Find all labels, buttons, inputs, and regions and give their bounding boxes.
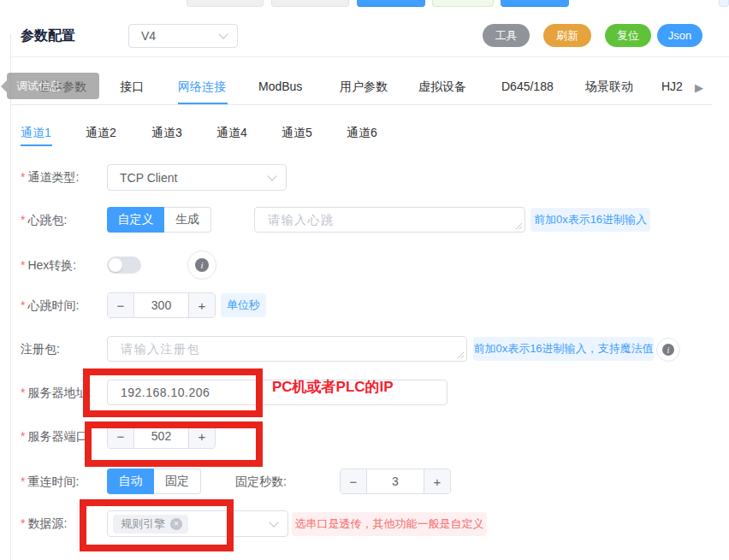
required-mark: * (21, 475, 25, 488)
tools-button[interactable]: 工具 (483, 24, 530, 47)
tab-channel-2[interactable]: 通道2 (86, 126, 116, 141)
parameter-config-page: 参数配置 V4 工具 刷新 复位 Json 基本参数 接口 网络连接 ModBu… (0, 0, 729, 560)
data-source-tag-text: 规则引擎 (121, 516, 165, 532)
hex-convert-toggle[interactable] (107, 256, 141, 274)
tab-channel-4[interactable]: 通道4 (216, 126, 247, 141)
top-cutoff-button-2[interactable] (271, 0, 349, 7)
tab-user-params[interactable]: 用户参数 (340, 80, 388, 95)
json-button[interactable]: Json (657, 24, 702, 47)
chevron-down-icon (218, 29, 228, 38)
top-cutoff-button-6[interactable] (719, 0, 729, 7)
reconnect-mode-group: 自动 固定 (107, 469, 201, 494)
unit-seconds-badge: 单位秒 (221, 293, 266, 317)
reconnect-auto-button[interactable]: 自动 (107, 469, 154, 494)
channel-type-value: TCP Client (120, 171, 177, 185)
server-address-label: *服务器地址: (21, 380, 91, 405)
required-mark: * (21, 170, 25, 184)
heartbeat-mode-group: 自定义 生成 (107, 207, 211, 233)
chevron-down-icon (269, 517, 278, 527)
top-cutoff-button-1[interactable] (187, 0, 264, 7)
resize-handle-icon[interactable] (457, 351, 465, 359)
tab-channel-1[interactable]: 通道1 (21, 126, 51, 141)
increase-button[interactable]: + (424, 469, 450, 493)
heartbeat-interval-stepper: − 300 + (107, 292, 216, 318)
tab-bar-border (10, 104, 712, 105)
heartbeat-generate-button[interactable]: 生成 (164, 207, 211, 233)
resize-handle-icon[interactable] (515, 222, 523, 230)
debug-tooltip: 调试信息 (7, 73, 99, 99)
reset-button[interactable]: 复位 (605, 24, 651, 47)
heartbeat-input-wrap (254, 207, 525, 233)
required-mark: * (21, 213, 25, 227)
data-source-select[interactable]: 规则引擎 × (107, 510, 288, 537)
tab-modbus[interactable]: ModBus (258, 80, 302, 93)
tab-interface[interactable]: 接口 (120, 80, 144, 95)
tab-channel-3[interactable]: 通道3 (151, 126, 182, 141)
top-cutoff-button-3[interactable] (357, 0, 425, 7)
heartbeat-interval-label: *心跳时间: (21, 292, 79, 318)
tab-channel-6[interactable]: 通道6 (347, 126, 377, 141)
required-mark: * (21, 429, 25, 443)
required-mark: * (21, 258, 25, 272)
reconnect-fixed-button[interactable]: 固定 (154, 469, 201, 494)
data-source-hint-badge: 选串口是透传，其他功能一般是自定义 (292, 512, 487, 536)
server-port-stepper: − 502 + (107, 423, 216, 449)
decrease-button[interactable]: − (341, 469, 367, 493)
decrease-button[interactable]: − (108, 293, 134, 317)
reconnect-time-label: *重连时间: (21, 469, 79, 494)
required-mark: * (21, 516, 25, 530)
server-port-label: *服务器端口: (21, 423, 91, 449)
tab-network[interactable]: 网络连接 (178, 80, 226, 95)
channel-type-label: *通道类型: (21, 164, 79, 190)
data-source-label: *数据源: (21, 510, 67, 536)
info-glyph: i (662, 344, 674, 356)
heartbeat-input[interactable] (255, 208, 525, 232)
tab-scroll-next-icon[interactable]: ▶ (695, 81, 703, 94)
top-cutoff-button-4[interactable] (432, 0, 494, 7)
fixed-seconds-label: 固定秒数: (235, 469, 287, 494)
version-select[interactable]: V4 (128, 24, 238, 48)
hex-info-icon[interactable]: i (187, 251, 216, 280)
tab-virtual-device[interactable]: 虚拟设备 (418, 80, 466, 95)
register-packet-label: 注册包: (21, 336, 60, 362)
register-info-icon[interactable]: i (656, 338, 680, 362)
page-title: 参数配置 (21, 27, 75, 45)
hex-convert-label: *Hex转换: (21, 252, 76, 278)
data-source-tag: 规则引擎 × (113, 515, 188, 533)
annotation-text: PC机或者PLC的IP (272, 377, 394, 397)
tooltip-arrow (1, 80, 7, 92)
register-packet-hint-badge: 前加0x表示16进制输入，支持魔法值 (473, 337, 654, 361)
register-packet-input[interactable] (108, 337, 466, 361)
refresh-button[interactable]: 刷新 (543, 24, 591, 47)
tag-close-icon[interactable]: × (170, 518, 182, 530)
chevron-down-icon (267, 171, 276, 180)
tab-scene-linkage[interactable]: 场景联动 (585, 80, 633, 95)
tab-channel-5[interactable]: 通道5 (282, 126, 312, 141)
version-select-value: V4 (141, 29, 156, 43)
info-glyph: i (195, 258, 209, 272)
heartbeat-hint-badge: 前加0x表示16进制输入 (530, 208, 650, 232)
fixed-seconds-value[interactable]: 3 (367, 469, 424, 493)
active-channel-underline (21, 144, 52, 146)
heartbeat-custom-button[interactable]: 自定义 (107, 207, 164, 233)
header-divider (10, 56, 729, 57)
required-mark: * (21, 298, 25, 312)
fixed-seconds-stepper: − 3 + (340, 469, 451, 494)
required-mark: * (21, 386, 25, 399)
increase-button[interactable]: + (188, 293, 215, 317)
tab-d645-188[interactable]: D645/188 (501, 80, 554, 93)
heartbeat-interval-value[interactable]: 300 (134, 293, 188, 317)
top-cutoff-button-5[interactable] (501, 0, 569, 7)
active-tab-underline (178, 103, 228, 104)
channel-type-select[interactable]: TCP Client (107, 164, 287, 191)
decrease-button[interactable]: − (108, 424, 134, 448)
toggle-knob (109, 258, 122, 272)
panel-left-border (10, 34, 11, 560)
server-port-value[interactable]: 502 (134, 424, 188, 448)
increase-button[interactable]: + (188, 424, 215, 448)
heartbeat-label: *心跳包: (21, 207, 67, 233)
tooltip-text: 调试信息 (16, 79, 61, 94)
tab-hj2[interactable]: HJ2 (661, 80, 683, 93)
register-packet-input-wrap (107, 336, 467, 362)
